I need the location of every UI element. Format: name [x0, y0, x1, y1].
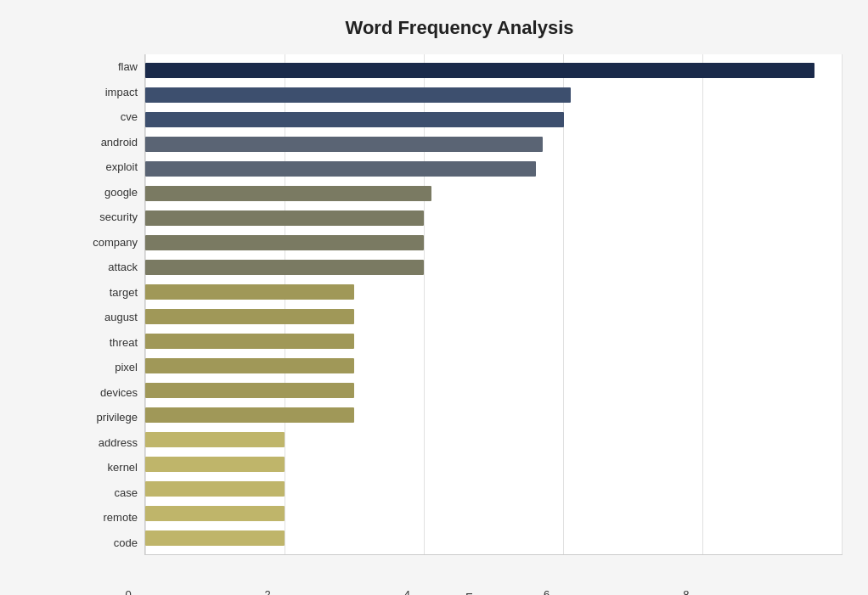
bar-row — [145, 160, 843, 178]
bar — [145, 383, 354, 398]
bar — [145, 457, 285, 472]
chart-container: Word Frequency Analysis flawimpactcveand… — [0, 0, 868, 595]
y-label: devices — [76, 381, 138, 403]
bar — [145, 358, 354, 373]
y-label: attack — [76, 256, 138, 278]
y-label: exploit — [76, 156, 138, 178]
bar — [145, 432, 285, 447]
x-tick-label: 6 — [530, 588, 564, 595]
y-label: kernel — [76, 457, 138, 479]
chart-title: Word Frequency Analysis — [76, 17, 843, 39]
y-axis-labels: flawimpactcveandroidexploitgooglesecurit… — [76, 54, 144, 555]
bar — [145, 407, 354, 423]
y-label: threat — [76, 331, 138, 353]
bar — [145, 87, 571, 103]
bar — [145, 235, 424, 250]
x-tick-label: 0 — [111, 588, 145, 595]
bar — [145, 334, 354, 349]
y-label: impact — [76, 81, 138, 103]
bars-wrapper — [145, 54, 843, 554]
bar — [145, 161, 536, 177]
bar — [145, 506, 285, 521]
bar-row — [145, 233, 843, 252]
chart-area: flawimpactcveandroidexploitgooglesecurit… — [76, 54, 843, 555]
y-label: august — [76, 306, 138, 328]
x-tick-label: 8 — [669, 588, 703, 595]
bar — [145, 260, 424, 275]
bar-row — [145, 406, 843, 424]
y-label: remote — [76, 507, 138, 529]
y-label: case — [76, 481, 138, 503]
bar-row — [145, 258, 843, 277]
y-label: flaw — [76, 56, 138, 78]
bar-row — [145, 86, 843, 104]
bar — [145, 63, 814, 78]
bar-row — [145, 283, 843, 301]
bar — [145, 137, 543, 152]
bar-row — [145, 307, 843, 326]
bar — [145, 210, 424, 226]
bar — [145, 481, 285, 497]
y-label: security — [76, 206, 138, 228]
bar — [145, 309, 354, 324]
bar-row — [145, 430, 843, 449]
bar — [145, 112, 564, 127]
x-axis-title: Frequency — [76, 591, 843, 595]
bars-area: 02468 — [144, 54, 843, 555]
bar-row — [145, 356, 843, 375]
bar-row — [145, 504, 843, 523]
bar-row — [145, 61, 843, 80]
bar-row — [145, 135, 843, 154]
bar-row — [145, 455, 843, 474]
y-label: google — [76, 181, 138, 203]
bar-row — [145, 332, 843, 351]
y-label: target — [76, 281, 138, 303]
x-tick-label: 2 — [251, 588, 285, 595]
bar-row — [145, 110, 843, 129]
y-label: cve — [76, 106, 138, 128]
y-label: code — [76, 531, 138, 553]
y-label: android — [76, 131, 138, 153]
y-label: privilege — [76, 407, 138, 429]
bar — [145, 186, 431, 201]
bar-row — [145, 480, 843, 498]
bar — [145, 530, 285, 546]
bar — [145, 284, 354, 300]
bar-row — [145, 209, 843, 227]
bar-row — [145, 381, 843, 400]
x-tick-label: 4 — [390, 588, 424, 595]
y-label: address — [76, 431, 138, 453]
y-label: company — [76, 231, 138, 253]
y-label: pixel — [76, 356, 138, 379]
bar-row — [145, 184, 843, 203]
bar-row — [145, 529, 843, 547]
